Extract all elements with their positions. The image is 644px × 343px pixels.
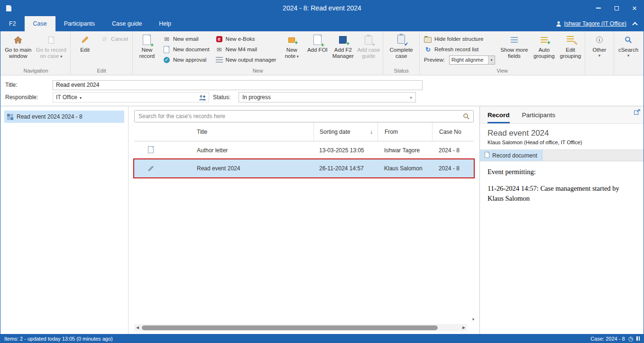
app-window: 2024 - 8: Read event 2024 F2 Case Partic…	[0, 0, 644, 343]
refresh-icon	[424, 46, 432, 53]
case-guide-icon	[365, 34, 372, 46]
main-area: Read event 2024 2024 - 8 Title Sorting d…	[0, 106, 644, 334]
edit-button[interactable]: Edit	[72, 32, 98, 53]
group-label-navigation: Navigation	[3, 67, 69, 75]
scroll-down-icon[interactable]	[471, 317, 475, 322]
new-document-button[interactable]: New document	[160, 44, 212, 55]
preview-alignment-select[interactable]: Right alignme	[449, 56, 495, 65]
cancel-button[interactable]: Cancel	[98, 34, 131, 44]
record-from: Klaus Salomon	[377, 165, 432, 172]
record-title: Read event 2024	[167, 165, 313, 172]
record-row-selected[interactable]: Read event 2024 26-11-2024 14:57 Klaus S…	[134, 159, 474, 177]
record-row[interactable]: Author letter 13-03-2025 13:05 Ishwar Ta…	[134, 141, 474, 159]
chevron-down-icon[interactable]	[488, 56, 495, 64]
new-eboks-label: New e-Boks	[226, 36, 255, 42]
auto-grouping-button[interactable]: Auto grouping	[531, 32, 558, 59]
preview-setting: Preview: Right alignme	[421, 55, 498, 65]
show-more-fields-label: Show more fields	[499, 47, 529, 59]
title-field-label: Title:	[0, 82, 53, 88]
sort-descending-icon[interactable]: ↓	[370, 129, 373, 135]
other-button[interactable]: Other	[587, 32, 612, 56]
tab-record[interactable]: Record	[488, 106, 510, 123]
minimize-button[interactable]	[589, 0, 607, 16]
pause-icon[interactable]	[636, 336, 640, 341]
tab-case[interactable]: Case	[25, 16, 55, 31]
statusbar-items-info: Items: 2 - updated today 13:05 (0 minute…	[4, 336, 113, 342]
tab-help[interactable]: Help	[150, 16, 180, 31]
edit-grouping-button[interactable]: Edit grouping	[558, 32, 583, 59]
new-approval-label: New approval	[173, 57, 206, 63]
m4-mail-icon	[215, 46, 223, 53]
responsible-field-label: Responsible:	[0, 94, 53, 101]
close-button[interactable]	[626, 0, 644, 16]
complete-case-button[interactable]: Complete case	[385, 32, 418, 59]
popout-icon[interactable]	[634, 109, 641, 115]
new-note-button[interactable]: New note	[279, 32, 304, 59]
tab-case-guide[interactable]: Case guide	[103, 16, 150, 31]
csearch-label: cSearch	[618, 47, 638, 53]
refresh-record-list-button[interactable]: Refresh record list	[421, 44, 498, 55]
titlebar: 2024 - 8: Read event 2024	[0, 0, 644, 16]
case-tree-sidebar: Read event 2024 2024 - 8	[0, 106, 129, 334]
statusbar: Items: 2 - updated today 13:05 (0 minute…	[0, 334, 644, 343]
collapse-ribbon-icon[interactable]	[632, 22, 637, 27]
add-foi-button[interactable]: Add FOI	[304, 32, 330, 53]
column-header-title[interactable]: Title	[167, 129, 313, 135]
status-select[interactable]: In progress	[239, 92, 416, 102]
new-approval-button[interactable]: New approval	[160, 55, 212, 65]
add-f2-manager-button[interactable]: Add F2 Manager	[330, 32, 356, 59]
new-m4-mail-button[interactable]: New M4 mail	[212, 44, 279, 55]
hide-folder-structure-label: Hide folder structure	[434, 36, 484, 42]
status-value: In progress	[242, 94, 410, 101]
column-header-from[interactable]: From	[377, 122, 432, 141]
new-record-button[interactable]: New record	[134, 32, 160, 59]
go-to-record-on-case-button[interactable]: Go to record on case	[34, 32, 69, 59]
refresh-record-list-label: Refresh record list	[434, 46, 478, 52]
go-to-main-window-button[interactable]: Go to main window	[3, 32, 34, 59]
hide-folder-structure-button[interactable]: Hide folder structure	[421, 34, 498, 44]
column-header-case-no[interactable]: Case No	[432, 122, 474, 141]
ribbon-group-new: New record New email New document New ap…	[133, 31, 383, 75]
participant-picker-icon[interactable]	[199, 94, 206, 101]
house-icon	[14, 34, 22, 46]
tab-record-document[interactable]: Record document	[480, 150, 543, 161]
window-title: 2024 - 8: Read event 2024	[0, 4, 644, 12]
new-output-manager-label: New output manager	[226, 57, 276, 63]
cancel-label: Cancel	[111, 36, 128, 42]
chevron-down-icon	[80, 94, 82, 101]
new-email-button[interactable]: New email	[160, 34, 212, 44]
case-tree-item[interactable]: Read event 2024 2024 - 8	[4, 111, 124, 123]
responsible-value: IT Office	[56, 94, 77, 101]
user-menu[interactable]: Ishwar Tagore (IT Office)	[556, 20, 626, 27]
case-grid-icon	[7, 114, 13, 120]
document-tabs: Record document	[480, 149, 644, 161]
scroll-right-icon[interactable]	[460, 324, 467, 331]
add-case-guide-label: Add case guide	[357, 47, 380, 59]
search-icon[interactable]	[463, 113, 469, 120]
new-email-label: New email	[173, 36, 199, 42]
show-more-fields-button[interactable]: Show more fields	[498, 32, 531, 59]
new-output-manager-button[interactable]: New output manager	[212, 55, 279, 65]
record-search-input[interactable]	[138, 113, 460, 120]
case-title-input[interactable]	[53, 80, 423, 90]
maximize-button[interactable]	[607, 0, 626, 16]
new-eboks-button[interactable]: New e-Boks	[212, 34, 279, 44]
tab-participants[interactable]: Participants	[55, 16, 103, 31]
add-f2-manager-label: Add F2 Manager	[331, 47, 354, 59]
tab-f2[interactable]: F2	[0, 16, 25, 31]
horizontal-scrollbar[interactable]	[134, 324, 467, 331]
clock-icon[interactable]	[628, 335, 633, 342]
tab-participants-preview[interactable]: Participants	[522, 106, 556, 123]
responsible-combobox[interactable]: IT Office	[53, 92, 209, 102]
info-icon	[596, 34, 603, 46]
preview-tabs: Record Participants	[480, 106, 644, 124]
group-label-new: New	[134, 67, 381, 75]
scrollbar-thumb[interactable]	[142, 325, 438, 330]
csearch-button[interactable]: cSearch	[616, 32, 641, 56]
scroll-left-icon[interactable]	[134, 324, 141, 331]
person-icon	[556, 21, 561, 27]
other-label: Other	[593, 47, 607, 53]
edit-label: Edit	[80, 47, 90, 53]
column-header-sorting-date[interactable]: Sorting date ↓	[313, 122, 377, 141]
add-case-guide-button[interactable]: Add case guide	[356, 32, 381, 59]
